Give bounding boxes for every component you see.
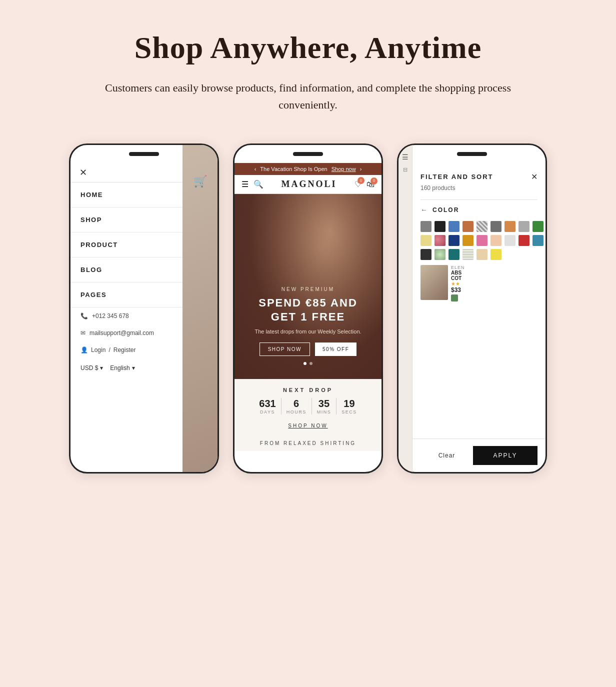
color-grid — [420, 221, 538, 260]
sidebar-menu-icon[interactable]: ☰ — [402, 153, 408, 162]
apply-filter-button[interactable]: APPLY — [473, 446, 538, 465]
color-swatch-2[interactable] — [448, 221, 460, 232]
countdown-mins: 35 MINS — [312, 398, 337, 414]
product-price: $33 — [451, 286, 465, 294]
login-link[interactable]: Login — [91, 346, 106, 354]
color-swatch-4[interactable] — [476, 221, 488, 232]
clear-filter-button[interactable]: Clear — [420, 446, 473, 465]
filter-close-icon[interactable]: ✕ — [531, 172, 538, 182]
hero-buttons: SHOP NOW 50% OFF — [244, 342, 372, 356]
color-swatch-22[interactable] — [476, 249, 488, 260]
phone-icon: 📞 — [80, 312, 88, 320]
color-swatch-19[interactable] — [434, 249, 446, 260]
color-swatch-20[interactable] — [448, 249, 460, 260]
filter-header: FILTER AND SORT ✕ — [420, 172, 538, 182]
hero-tag: NEW PREMIUM — [244, 286, 372, 292]
color-swatch-21[interactable] — [462, 249, 474, 260]
dot-2[interactable] — [310, 362, 312, 365]
countdown-days: 631 DAYS — [254, 398, 281, 414]
currency-selector[interactable]: USD $ ▾ — [80, 364, 103, 372]
color-swatch-6[interactable] — [504, 221, 516, 232]
email-icon: ✉ — [80, 330, 86, 336]
search-icon[interactable]: 🔍 — [254, 180, 264, 189]
color-swatch-9[interactable] — [420, 235, 432, 246]
color-swatch-5[interactable] — [490, 221, 502, 232]
announcement-bar: ‹ The Vacation Shop Is Open Shop now › — [234, 163, 382, 175]
color-swatch-18[interactable] — [420, 249, 432, 260]
product-info: ELEN ABSCOT ★★ $33 — [451, 265, 465, 304]
wishlist-badge: 0 — [358, 177, 364, 184]
mins-number: 35 — [317, 398, 332, 410]
hero-content: NEW PREMIUM SPEND €85 AND GET 1 FREE The… — [234, 286, 382, 365]
cart-icon[interactable]: 🛍 0 — [366, 180, 374, 189]
phone-filter-inner: ☰ ⊟ FILTER AND SORT ✕ 160 products ← COL… — [398, 145, 546, 472]
hours-number: 6 — [286, 398, 306, 410]
wishlist-icon[interactable]: ♡ 0 — [354, 180, 362, 189]
color-swatch-11[interactable] — [448, 235, 460, 246]
phone-filter: ☰ ⊟ FILTER AND SORT ✕ 160 products ← COL… — [397, 144, 547, 474]
product-color-swatch[interactable] — [451, 294, 458, 302]
page-title: Shop Anywhere, Anytime — [134, 30, 482, 66]
close-icon[interactable]: ✕ — [80, 167, 87, 178]
product-rating-stars: ★★ — [451, 281, 465, 286]
filter-product-count: 160 products — [420, 184, 538, 192]
filter-title: FILTER AND SORT — [420, 173, 494, 180]
nav-bg-glimpse: 🛒 — [182, 145, 218, 472]
from-text: FROM RELAXED SHIRTING — [234, 436, 382, 451]
color-swatch-15[interactable] — [504, 235, 516, 246]
color-swatch-0[interactable] — [420, 221, 432, 232]
left-sidebar-strip: ☰ ⊟ — [398, 145, 412, 472]
days-label: DAYS — [259, 410, 276, 414]
menu-icon[interactable]: ☰ — [242, 180, 248, 189]
hero-description: The latest drops from our Weekly Selecti… — [244, 328, 372, 334]
next-drop-title: NEXT DROP — [240, 387, 376, 393]
left-arrow-icon[interactable]: ‹ — [254, 166, 256, 172]
language-selector[interactable]: English ▾ — [110, 364, 134, 372]
product-tag: ELEN — [451, 265, 465, 270]
days-number: 631 — [259, 398, 276, 410]
shop-navbar: ☰ 🔍 MAGNOLI ♡ 0 🛍 0 — [234, 175, 382, 194]
product-image-thumb — [420, 265, 448, 300]
color-swatch-10[interactable] — [434, 235, 446, 246]
countdown-row: 631 DAYS 6 HOURS 35 MINS 19 SECS — [240, 398, 376, 414]
right-arrow-icon[interactable]: › — [360, 166, 362, 172]
hero-50off-button[interactable]: 50% OFF — [315, 342, 356, 356]
color-swatch-7[interactable] — [518, 221, 530, 232]
nav-right-icons: ♡ 0 🛍 0 — [354, 180, 374, 189]
secs-label: SECS — [342, 410, 357, 414]
register-link[interactable]: Register — [114, 346, 136, 354]
shop-logo: MAGNOLI — [282, 179, 337, 190]
product-preview: ELEN ABSCOT ★★ $33 — [420, 265, 538, 304]
page-subtitle: Customers can easily browse products, fi… — [103, 80, 513, 114]
color-swatch-3[interactable] — [462, 221, 474, 232]
color-swatch-8[interactable] — [532, 221, 544, 232]
hero-shop-now-button[interactable]: SHOP NOW — [260, 342, 310, 356]
color-swatch-17[interactable] — [532, 235, 544, 246]
color-swatch-14[interactable] — [490, 235, 502, 246]
color-swatch-1[interactable] — [434, 221, 446, 232]
hours-label: HOURS — [286, 410, 306, 414]
back-arrow-icon[interactable]: ← — [420, 206, 428, 214]
color-swatch-13[interactable] — [476, 235, 488, 246]
secs-number: 19 — [342, 398, 357, 410]
hero-headline: SPEND €85 AND GET 1 FREE — [244, 296, 372, 324]
countdown-secs: 19 SECS — [336, 398, 362, 414]
sidebar-sliders-icon[interactable]: ⊟ — [403, 166, 408, 173]
countdown-hours: 6 HOURS — [282, 398, 312, 414]
color-swatch-12[interactable] — [462, 235, 474, 246]
color-swatch-16[interactable] — [518, 235, 530, 246]
color-section-title: COLOR — [432, 206, 459, 214]
product-name-abbr: ABSCOT — [451, 270, 465, 281]
color-swatch-23[interactable] — [490, 249, 502, 260]
filter-divider — [420, 200, 538, 200]
chevron-down-icon: ▾ — [132, 364, 135, 372]
announcement-shop-now-link[interactable]: Shop now — [332, 166, 356, 172]
phone-shop: ‹ The Vacation Shop Is Open Shop now › ☰… — [233, 144, 383, 474]
dot-1[interactable] — [304, 362, 306, 365]
cart-badge: 0 — [370, 178, 378, 184]
phone-nav-inner: 🛒 ✕ › HOME + SHOP + PRODUCT + — [70, 145, 218, 472]
nav-left-icons: ☰ 🔍 — [242, 180, 264, 189]
mins-label: MINS — [317, 410, 332, 414]
countdown-shop-button[interactable]: SHOP NOW — [288, 423, 328, 428]
filter-content: FILTER AND SORT ✕ 160 products ← COLOR — [412, 163, 546, 438]
